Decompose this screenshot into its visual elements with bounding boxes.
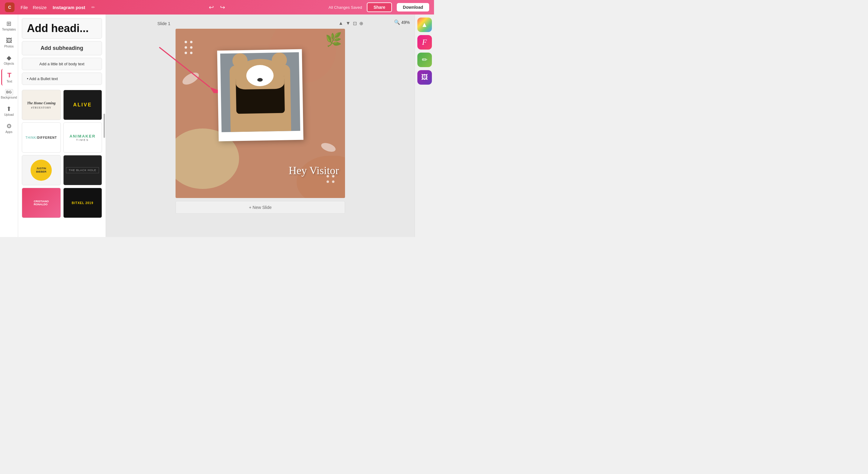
bullet-text-option[interactable]: • Add a Bullet text <box>22 73 102 85</box>
templates-icon: ⊞ <box>6 20 11 27</box>
sidebar-item-label: Background <box>1 96 17 99</box>
slide-header: Slide 1 ▲ ▼ ⊡ ⊕ <box>157 21 363 26</box>
zoom-indicator: 🔍 49% <box>394 19 410 25</box>
header-center-controls: ↩ ↪ <box>209 4 225 11</box>
brush-stroke-right <box>320 141 337 154</box>
dot <box>190 41 192 43</box>
nav-file[interactable]: File <box>21 5 28 10</box>
sidebar-item-background[interactable]: BG Background <box>1 87 17 102</box>
draw-icon: ✏ <box>422 56 427 64</box>
sidebar-item-label: Templates <box>2 28 16 31</box>
redo-button[interactable]: ↪ <box>220 4 225 11</box>
template-justin[interactable]: JUSTINBIEBER <box>22 155 61 185</box>
template-homecoming[interactable]: The Home Coming #TRUESTORY <box>22 90 61 120</box>
slide-add-icon[interactable]: ⊕ <box>359 21 363 26</box>
body-text-option[interactable]: Add a little bit of body text <box>22 58 102 70</box>
slide-controls: ▲ ▼ ⊡ ⊕ <box>338 21 363 26</box>
photo-inner <box>220 52 300 132</box>
sidebar-item-upload[interactable]: ⬆ Upload <box>1 103 17 119</box>
logo[interactable]: C <box>5 2 14 12</box>
leaf-decoration: 🌿 <box>326 32 342 47</box>
template-bitxel[interactable]: BITXEL 2019 <box>63 188 102 218</box>
slide-copy-icon[interactable]: ⊡ <box>353 21 357 26</box>
undo-button[interactable]: ↩ <box>209 4 214 11</box>
slide-label: Slide 1 <box>157 21 170 26</box>
slide-up-icon[interactable]: ▲ <box>338 21 343 26</box>
sidebar-icons: ⊞ Templates 🖼 Photos ◆ Objects T Text BG… <box>0 14 18 237</box>
template-animaker-subtitle: TIMES <box>76 138 89 141</box>
share-button[interactable]: Share <box>367 2 392 12</box>
templates-grid: The Home Coming #TRUESTORY ALIVE THINK/D… <box>22 90 102 218</box>
subheading-text-option[interactable]: Add subheading <box>22 41 102 55</box>
template-think[interactable]: THINK/DIFFERENT <box>22 123 61 153</box>
template-alive[interactable]: ALIVE <box>63 90 102 120</box>
sidebar-item-label: Objects <box>4 62 14 65</box>
template-ronaldo-title: CRISTIANORONALDO <box>34 200 49 206</box>
sidebar-item-label: Upload <box>4 113 14 116</box>
download-button[interactable]: Download <box>397 3 429 11</box>
canvas-area: 🔍 49% Slide 1 ▲ ▼ ⊡ ⊕ <box>106 14 415 237</box>
dot <box>332 180 334 183</box>
bg-blob-right <box>297 156 345 198</box>
sidebar-item-objects[interactable]: ◆ Objects <box>1 52 17 68</box>
panel-scrollbar[interactable] <box>103 114 105 138</box>
upload-icon: ⬆ <box>6 105 11 112</box>
dot <box>190 52 192 54</box>
slide-container: Slide 1 ▲ ▼ ⊡ ⊕ <box>157 21 363 214</box>
gradient-icon: ▲ <box>421 21 428 29</box>
sidebar-item-templates[interactable]: ⊞ Templates <box>1 18 17 34</box>
media-icon: 🖼 <box>421 73 428 81</box>
draw-button[interactable]: ✏ <box>417 53 432 67</box>
document-title[interactable]: Instagram post <box>53 5 85 10</box>
sidebar-item-apps[interactable]: ⚙ Apps <box>1 120 17 136</box>
font-button[interactable]: F <box>417 35 432 49</box>
photos-icon: 🖼 <box>6 37 12 44</box>
bear-ear-left <box>232 53 248 69</box>
font-icon: F <box>422 38 427 47</box>
objects-icon: ◆ <box>7 54 11 61</box>
gradient-button[interactable]: ▲ <box>417 18 432 32</box>
text-icon: T <box>7 71 11 79</box>
sidebar-item-label: Apps <box>5 130 12 134</box>
template-blackhole[interactable]: THE BLACK HOLE <box>63 155 102 185</box>
heading-text-option[interactable]: Add headi... <box>22 18 102 39</box>
apps-icon: ⚙ <box>6 123 12 130</box>
right-sidebar: ▲ F ✏ 🖼 <box>415 14 434 237</box>
slide-down-icon[interactable]: ▼ <box>346 21 350 26</box>
media-button[interactable]: 🖼 <box>417 70 432 84</box>
template-justin-circle: JUSTINBIEBER <box>31 160 52 181</box>
edit-icon[interactable]: ✏ <box>91 5 95 10</box>
nav-resize[interactable]: Resize <box>33 5 46 10</box>
brush-stroke-left <box>181 70 201 87</box>
dots-topleft <box>185 41 192 54</box>
main-layout: ⊞ Templates 🖼 Photos ◆ Objects T Text BG… <box>0 14 434 237</box>
template-homecoming-title: The Home Coming #TRUESTORY <box>27 101 56 109</box>
bear-nose <box>257 78 263 81</box>
zoom-level: 49% <box>401 20 410 25</box>
header-nav: File Resize <box>21 5 46 10</box>
bear-face <box>246 65 274 87</box>
dot <box>185 46 187 49</box>
header: C File Resize Instagram post ✏ ↩ ↪ All C… <box>0 0 434 14</box>
dot <box>185 52 187 54</box>
template-animaker-title: ANIMAKER <box>70 134 96 138</box>
sidebar-item-photos[interactable]: 🖼 Photos <box>1 35 17 50</box>
template-bitxel-title: BITXEL 2019 <box>72 201 93 205</box>
template-ronaldo[interactable]: CRISTIANORONALDO <box>22 188 61 218</box>
sidebar-item-label: Text <box>7 80 12 83</box>
zoom-icon: 🔍 <box>394 19 400 25</box>
canvas-slide[interactable]: 🌿 <box>176 29 345 198</box>
sidebar-item-label: Photos <box>4 45 13 48</box>
bear-hat <box>236 59 284 90</box>
dot <box>185 41 187 43</box>
sidebar-item-text[interactable]: T Text <box>1 69 17 86</box>
save-status: All Changes Saved <box>329 5 362 10</box>
template-animaker[interactable]: ANIMAKER TIMES <box>63 123 102 153</box>
dot <box>190 46 192 49</box>
slide-caption[interactable]: Hey Visitor <box>289 164 339 177</box>
template-blackhole-title: THE BLACK HOLE <box>66 167 99 173</box>
photo-frame[interactable] <box>217 49 303 141</box>
new-slide-button[interactable]: + New Slide <box>176 201 345 214</box>
left-panel: Add headi... Add subheading Add a little… <box>18 14 106 237</box>
dot <box>327 180 329 183</box>
